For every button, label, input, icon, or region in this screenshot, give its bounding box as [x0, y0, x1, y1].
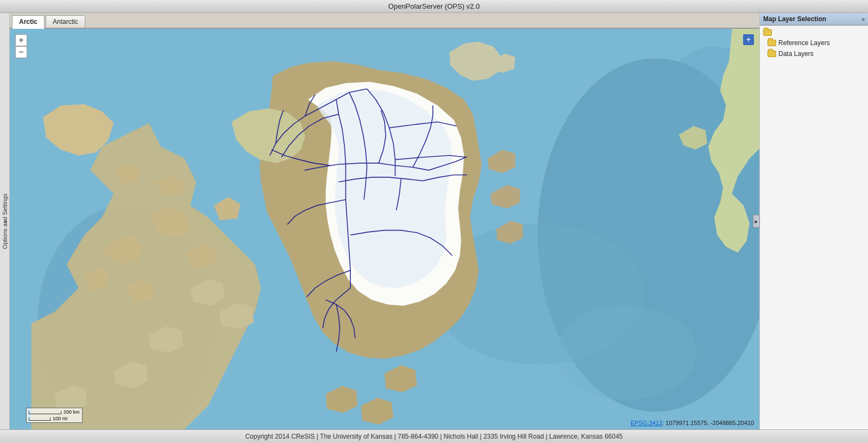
options-sidebar[interactable]: Options and Settings ►: [0, 13, 10, 429]
scale-mi-label: 100 mi: [53, 416, 67, 421]
zoom-controls: + −: [15, 34, 27, 58]
layer-selection-header: Map Layer Selection »: [760, 13, 868, 26]
zoom-out-button[interactable]: −: [15, 46, 27, 58]
folder-icon-root: [763, 29, 772, 36]
scale-line-mi: [29, 417, 51, 421]
center-content: Arctic Antarctic: [10, 13, 759, 429]
layer-selection-title: Map Layer Selection: [763, 15, 826, 23]
folder-icon-reference: [768, 40, 776, 46]
coords-display: EPSG:3413: 1079971.15575, -2048885.20410: [631, 420, 754, 426]
app-title: OpenPolarServer (OPS) v2.0: [388, 2, 480, 10]
tab-antarctic[interactable]: Antarctic: [46, 15, 85, 28]
zoom-in-button[interactable]: +: [15, 34, 27, 46]
layer-reference-layers[interactable]: Reference Layers: [760, 38, 868, 48]
add-layer-button[interactable]: +: [743, 34, 754, 45]
right-panel-collapse-arrow[interactable]: ►: [753, 215, 760, 228]
epsg-link[interactable]: EPSG:3413: [631, 420, 662, 426]
footer-text: Copyright 2014 CReSIS | The University o…: [245, 433, 622, 440]
sidebar-collapse-arrow: ►: [4, 219, 8, 224]
main-area: Options and Settings ► Arctic Antarctic: [0, 13, 868, 429]
layer-root-folder[interactable]: [760, 28, 868, 38]
scale-inner: 200 km 100 mi: [29, 409, 80, 421]
panel-collapse-button[interactable]: »: [861, 16, 865, 22]
layer-data-layers[interactable]: Data Layers: [760, 48, 868, 59]
data-layers-label: Data Layers: [778, 50, 814, 58]
svg-point-5: [555, 305, 696, 400]
scale-km-label: 200 km: [64, 409, 80, 415]
tab-arctic[interactable]: Arctic: [12, 15, 45, 29]
coordinates-text: : 1079971.15575, -2048885.20410: [662, 420, 754, 426]
map-svg: [10, 29, 759, 429]
folder-icon-data: [768, 51, 776, 57]
scale-bar: 200 km 100 mi: [26, 408, 83, 423]
reference-layers-label: Reference Layers: [778, 39, 830, 47]
layer-tree: Reference Layers Data Layers: [760, 26, 868, 429]
right-panel: ► Map Layer Selection » Reference Layers…: [759, 13, 868, 429]
title-bar: OpenPolarServer (OPS) v2.0: [0, 0, 868, 13]
footer: Copyright 2014 CReSIS | The University o…: [0, 429, 868, 443]
tab-bar: Arctic Antarctic: [10, 13, 759, 29]
map-container[interactable]: + − + 200 km 100 mi: [10, 29, 759, 429]
scale-line-km: [29, 411, 61, 414]
